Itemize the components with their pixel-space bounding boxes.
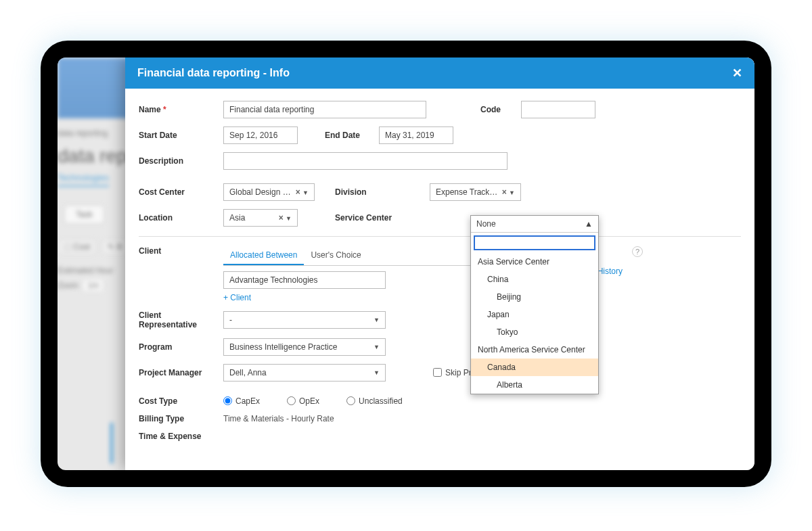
skip-pm-checkbox[interactable]	[433, 368, 442, 377]
service-center-trigger[interactable]: None▲	[471, 216, 598, 233]
end-date-input[interactable]	[379, 126, 453, 144]
add-client-link[interactable]: + Client	[223, 293, 251, 302]
description-input[interactable]	[223, 152, 508, 170]
breadcrumb: data reporting	[58, 129, 108, 138]
service-center-label: Service Center	[335, 213, 409, 223]
dropdown-option[interactable]: China	[471, 271, 598, 288]
dropdown-option[interactable]: Asia Service Center	[471, 253, 598, 271]
location-label: Location	[139, 213, 217, 223]
division-select[interactable]: Expense Track…× ▼	[430, 183, 521, 201]
client-tab-allocated[interactable]: Allocated Between	[223, 246, 304, 265]
bg-estimated: Estimated Hour	[58, 266, 114, 275]
dropdown-search	[474, 235, 595, 250]
client-rep-label: Client Representative	[139, 310, 217, 330]
modal-title: Financial data reporting - Info	[137, 67, 290, 79]
info-modal: Financial data reporting - Info ✕ Name *…	[125, 57, 754, 470]
client-rep-select[interactable]: -▼	[223, 311, 386, 329]
program-label: Program	[139, 342, 217, 352]
cost-type-label: Cost Type	[139, 396, 217, 406]
billing-type-label: Billing Type	[139, 414, 217, 423]
division-label: Division	[335, 187, 382, 197]
dropdown-option[interactable]: North America Service Center	[471, 341, 598, 359]
code-label: Code	[480, 105, 514, 114]
description-label: Description	[139, 156, 217, 166]
program-select[interactable]: Business Intelligence Practice▼	[223, 338, 386, 356]
cost-type-opex[interactable]: OpEx	[287, 396, 319, 406]
service-center-dropdown: None▲ Asia Service CenterChinaBeijingJap…	[470, 215, 599, 394]
cost-center-label: Cost Center	[139, 187, 217, 197]
client-input[interactable]	[223, 271, 386, 289]
modal-body: Name * Code Start Date End Date Descri	[125, 89, 754, 470]
end-date-label: End Date	[325, 131, 372, 140]
code-input[interactable]	[521, 101, 595, 118]
cost-center-select[interactable]: Global Design …× ▼	[223, 183, 315, 201]
help-icon[interactable]: ?	[632, 246, 643, 257]
project-manager-label: Project Manager	[139, 368, 217, 377]
dropdown-option[interactable]: Tokyo	[471, 323, 598, 341]
client-label: Client	[139, 246, 217, 256]
project-manager-select[interactable]: Dell, Anna▼	[223, 364, 386, 382]
bg-tab-active: Technologies	[58, 172, 109, 187]
time-expense-label: Time & Expense	[139, 432, 217, 441]
dropdown-option[interactable]: Alberta	[471, 376, 598, 394]
start-date-input[interactable]	[223, 126, 298, 144]
tablet-frame: board Rep data reporting data repo Techn…	[41, 41, 771, 487]
cost-type-unclassified[interactable]: Unclassified	[346, 396, 403, 406]
dropdown-option[interactable]: Beijing	[471, 288, 598, 306]
close-button[interactable]: ✕	[732, 66, 742, 80]
cost-type-capex[interactable]: CapEx	[223, 396, 260, 406]
billing-type-value: Time & Materials - Hourly Rate	[223, 414, 334, 423]
modal-header: Financial data reporting - Info ✕	[125, 57, 754, 89]
dropdown-option[interactable]: Canada	[471, 359, 598, 376]
location-select[interactable]: Asia× ▼	[223, 209, 298, 227]
bg-zoom: Zoom 1m	[58, 281, 104, 290]
dropdown-search-input[interactable]	[474, 235, 595, 250]
name-input[interactable]	[223, 101, 426, 118]
dropdown-option[interactable]: Japan	[471, 306, 598, 323]
tablet-screen: board Rep data reporting data repo Techn…	[58, 57, 754, 470]
bg-task-tab: Task	[64, 205, 104, 224]
name-label: Name *	[139, 105, 217, 114]
start-date-label: Start Date	[139, 131, 217, 140]
client-tab-users-choice[interactable]: User's Choice	[304, 246, 367, 265]
